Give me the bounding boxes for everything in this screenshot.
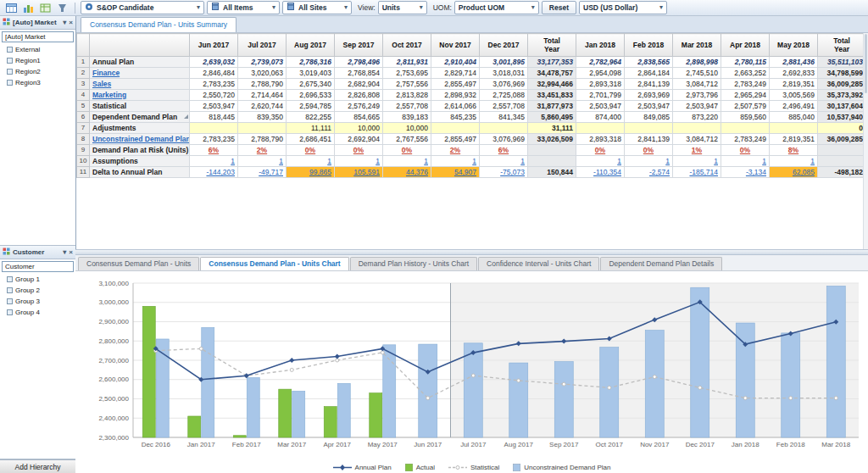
grid-cell[interactable]: 2,503,947 (576, 101, 625, 112)
grid-cell[interactable]: 105,591 (335, 167, 383, 178)
grid-cell[interactable]: 2,788,790 (238, 134, 287, 145)
grid-cell[interactable]: 2,503,947 (190, 101, 238, 112)
grid-cell[interactable]: 2,576,249 (335, 101, 383, 112)
grid-cell[interactable]: 2,663,252 (721, 68, 770, 79)
tree-item-group-3[interactable]: Group 3 (7, 296, 74, 307)
grid-cell[interactable]: 2,813,828 (383, 90, 431, 101)
grid-cell[interactable]: 6% (190, 145, 238, 156)
grid-cell[interactable]: 1 (431, 156, 480, 167)
grid-cell[interactable]: 2,826,808 (335, 90, 383, 101)
grid-cell[interactable]: 2,557,708 (480, 101, 528, 112)
grid-cell[interactable]: 6% (480, 145, 528, 156)
row-label-sales[interactable]: Sales (90, 79, 190, 90)
grid-cell[interactable]: -2,574 (625, 167, 673, 178)
grid-cell[interactable]: 2,841,139 (625, 134, 673, 145)
grid-cell[interactable]: 2% (238, 145, 287, 156)
chart-icon[interactable] (21, 1, 36, 14)
grid-cell[interactable]: 1 (238, 156, 287, 167)
grid-cell[interactable]: 2,745,510 (673, 68, 721, 79)
grid-cell[interactable]: 3,084,712 (673, 134, 721, 145)
grid-cell[interactable]: 35,511,103 (818, 57, 866, 68)
grid-cell[interactable]: 1 (480, 156, 528, 167)
view-combo[interactable]: Units ▾ (378, 1, 427, 14)
grid-cell[interactable]: 1 (383, 156, 431, 167)
grid-cell[interactable]: 2,780,115 (721, 57, 770, 68)
grid-cell[interactable]: 2,855,497 (431, 79, 480, 90)
grid-cell[interactable]: 2,910,404 (431, 57, 480, 68)
grid-cell[interactable]: 10,000 (335, 123, 383, 134)
grid-cell[interactable]: 2,898,932 (431, 90, 480, 101)
grid-cell[interactable]: 3,001,895 (480, 57, 528, 68)
grid-cell[interactable]: 32,994,466 (528, 79, 576, 90)
grid-cell[interactable]: 2,838,565 (625, 57, 673, 68)
grid-cell[interactable]: 2,686,451 (287, 134, 335, 145)
grid-cell[interactable] (770, 123, 818, 134)
grid-cell[interactable]: 2,693,969 (625, 90, 673, 101)
grid-cell[interactable]: 3,076,969 (480, 134, 528, 145)
grid-cell[interactable]: 33,026,509 (528, 134, 576, 145)
grid-cell[interactable]: -144,203 (190, 167, 238, 178)
grid-cell[interactable]: 34,798,599 (818, 68, 866, 79)
grid-cell[interactable]: 2,675,340 (287, 79, 335, 90)
grid-cell[interactable]: 2,819,351 (770, 79, 818, 90)
filter-icon[interactable] (55, 1, 70, 14)
grid-cell[interactable]: 839,350 (238, 112, 287, 123)
grid-cell[interactable]: 3,018,031 (480, 68, 528, 79)
grid-cell[interactable]: 54,907 (431, 167, 480, 178)
grid-cell[interactable]: 2,783,235 (190, 134, 238, 145)
worksheet-icon[interactable] (4, 1, 19, 14)
market-root-node[interactable]: [Auto] Market (2, 31, 74, 42)
grid-cell[interactable]: 2,954,098 (576, 68, 625, 79)
grid-cell[interactable]: 1 (673, 156, 721, 167)
grid-cell[interactable]: -185,714 (673, 167, 721, 178)
grid-cell[interactable]: 849,085 (625, 112, 673, 123)
currency-combo[interactable]: USD (US Dollar) ▾ (579, 1, 667, 14)
grid-cell[interactable]: 1 (721, 156, 770, 167)
grid-cell[interactable]: 0% (721, 145, 770, 156)
grid-cell[interactable]: 33,451,833 (528, 90, 576, 101)
grid-cell[interactable]: 3,005,569 (770, 90, 818, 101)
grid-cell[interactable]: 2,739,073 (238, 57, 287, 68)
grid-cell[interactable]: 2,783,235 (190, 79, 238, 90)
grid-cell[interactable]: 2,973,796 (673, 90, 721, 101)
grid-cell[interactable] (431, 123, 480, 134)
grid-cell[interactable]: 2,782,964 (576, 57, 625, 68)
grid-cell[interactable]: 2,768,854 (335, 68, 383, 79)
grid-cell[interactable]: 2,965,294 (721, 90, 770, 101)
tab-consensus-demand-plan-units-summary[interactable]: Consensus Demand Plan - Units Summary (81, 17, 236, 32)
grid-cell[interactable]: 31,877,973 (528, 101, 576, 112)
grid-cell[interactable]: 1 (190, 156, 238, 167)
grid-cell[interactable]: 1 (287, 156, 335, 167)
grid-cell[interactable]: -3,134 (721, 167, 770, 178)
bottom-tab-demand-plan-history-units-chart[interactable]: Demand Plan History - Units Chart (350, 257, 477, 270)
uom-combo[interactable]: Product UOM ▾ (454, 1, 539, 14)
items-filter-combo[interactable]: All Items ▾ (207, 1, 280, 14)
grid-cell[interactable]: 2,639,032 (190, 57, 238, 68)
grid-cell[interactable]: 8% (770, 145, 818, 156)
tree-item-group-4[interactable]: Group 4 (7, 307, 74, 318)
grid-cell[interactable]: 30,137,604 (818, 101, 866, 112)
grid-cell[interactable] (721, 123, 770, 134)
horizontal-splitter[interactable] (75, 249, 868, 255)
grid-cell[interactable] (238, 123, 287, 134)
grid-cell[interactable]: 2,881,436 (770, 57, 818, 68)
grid-cell[interactable]: 2,701,799 (576, 90, 625, 101)
grid-cell[interactable]: 2,783,249 (721, 79, 770, 90)
grid-cell[interactable]: -75,073 (480, 167, 528, 178)
grid-cell[interactable]: 2,798,496 (335, 57, 383, 68)
grid-cell[interactable]: 150,844 (528, 167, 576, 178)
row-label-marketing[interactable]: Marketing (90, 90, 190, 101)
add-hierarchy-button[interactable]: Add Hierarchy (0, 459, 75, 473)
grid-cell[interactable]: 3,019,403 (287, 68, 335, 79)
tree-item-region2[interactable]: Region2 (7, 66, 74, 77)
pivot-icon[interactable] (38, 1, 53, 14)
grid-cell[interactable]: 3,020,063 (238, 68, 287, 79)
grid-cell[interactable]: 35,373,392 (818, 90, 866, 101)
panel-dropdown-icon[interactable]: ▾ (63, 19, 66, 26)
grid-cell[interactable] (190, 123, 238, 134)
grid-cell[interactable]: 0% (383, 145, 431, 156)
grid-cell[interactable] (818, 145, 866, 156)
grid-cell[interactable]: 2,496,491 (770, 101, 818, 112)
tree-item-external[interactable]: External (7, 44, 74, 55)
grid-cell[interactable]: 36,009,285 (818, 79, 866, 90)
